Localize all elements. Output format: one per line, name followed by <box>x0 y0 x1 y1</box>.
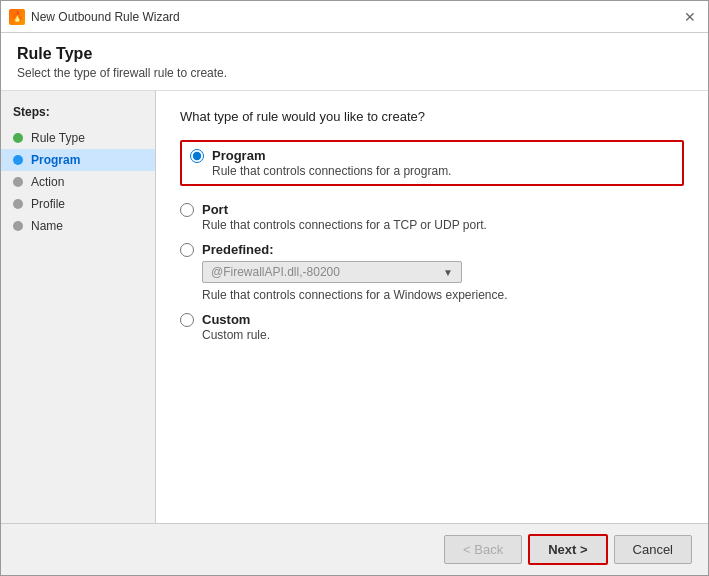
port-option-row: Port <box>180 202 684 217</box>
step-dot-rule-type <box>13 133 23 143</box>
option-program: Program Rule that controls connections f… <box>180 140 684 192</box>
option-label-custom: Custom <box>202 312 250 327</box>
next-button[interactable]: Next > <box>528 534 607 565</box>
predefined-option-row: Predefined: <box>180 242 684 257</box>
sidebar-label-profile: Profile <box>31 197 65 211</box>
window-title: New Outbound Rule Wizard <box>31 10 180 24</box>
radio-predefined[interactable] <box>180 243 194 257</box>
title-bar: 🔥 New Outbound Rule Wizard ✕ <box>1 1 708 33</box>
step-dot-profile <box>13 199 23 209</box>
radio-port[interactable] <box>180 203 194 217</box>
sidebar-item-name: Name <box>1 215 155 237</box>
page-title: Rule Type <box>17 45 692 63</box>
option-desc-custom: Custom rule. <box>202 328 684 342</box>
steps-label: Steps: <box>1 101 155 123</box>
program-option-row: Program <box>190 148 674 163</box>
option-predefined: Predefined: @FirewallAPI.dll,-80200 ▼ Ru… <box>180 242 684 302</box>
predefined-dropdown[interactable]: @FirewallAPI.dll,-80200 ▼ <box>202 261 462 283</box>
sidebar-label-program: Program <box>31 153 80 167</box>
sidebar-item-rule-type: Rule Type <box>1 127 155 149</box>
app-icon: 🔥 <box>9 9 25 25</box>
option-label-port: Port <box>202 202 228 217</box>
sidebar-item-program: Program <box>1 149 155 171</box>
step-dot-name <box>13 221 23 231</box>
option-desc-port: Rule that controls connections for a TCP… <box>202 218 684 232</box>
radio-custom[interactable] <box>180 313 194 327</box>
close-button[interactable]: ✕ <box>680 7 700 27</box>
step-dot-program <box>13 155 23 165</box>
page-subtitle: Select the type of firewall rule to crea… <box>17 66 692 80</box>
custom-option-row: Custom <box>180 312 684 327</box>
content-area: Steps: Rule Type Program Action Profile … <box>1 91 708 523</box>
sidebar-item-profile: Profile <box>1 193 155 215</box>
sidebar-item-action: Action <box>1 171 155 193</box>
program-highlight-box: Program Rule that controls connections f… <box>180 140 684 186</box>
step-dot-action <box>13 177 23 187</box>
option-desc-program: Rule that controls connections for a pro… <box>212 164 674 178</box>
wizard-window: 🔥 New Outbound Rule Wizard ✕ Rule Type S… <box>0 0 709 576</box>
option-desc-predefined: Rule that controls connections for a Win… <box>202 288 684 302</box>
option-custom: Custom Custom rule. <box>180 312 684 342</box>
footer: < Back Next > Cancel <box>1 523 708 575</box>
page-header: Rule Type Select the type of firewall ru… <box>1 33 708 91</box>
dropdown-arrow-icon: ▼ <box>443 267 453 278</box>
option-label-program: Program <box>212 148 265 163</box>
sidebar-label-name: Name <box>31 219 63 233</box>
sidebar: Steps: Rule Type Program Action Profile … <box>1 91 156 523</box>
back-button[interactable]: < Back <box>444 535 522 564</box>
cancel-button[interactable]: Cancel <box>614 535 692 564</box>
sidebar-label-rule-type: Rule Type <box>31 131 85 145</box>
sidebar-label-action: Action <box>31 175 64 189</box>
option-group: Program Rule that controls connections f… <box>180 140 684 342</box>
radio-program[interactable] <box>190 149 204 163</box>
predefined-dropdown-value: @FirewallAPI.dll,-80200 <box>211 265 340 279</box>
option-port: Port Rule that controls connections for … <box>180 202 684 232</box>
title-bar-left: 🔥 New Outbound Rule Wizard <box>9 9 180 25</box>
question-text: What type of rule would you like to crea… <box>180 109 684 124</box>
main-content: What type of rule would you like to crea… <box>156 91 708 523</box>
option-label-predefined: Predefined: <box>202 242 274 257</box>
